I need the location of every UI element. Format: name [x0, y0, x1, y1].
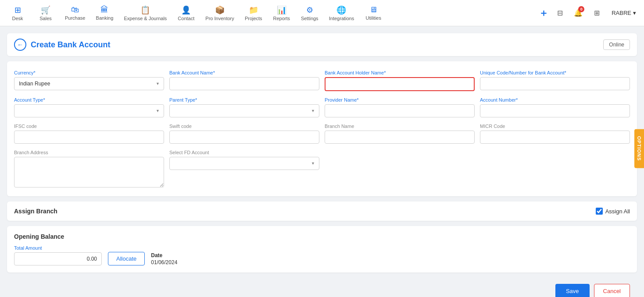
utilities-icon: 🖥 — [369, 5, 377, 14]
swift-label: Swift code — [169, 124, 319, 129]
nav-item-utilities[interactable]: 🖥 Utilities — [360, 3, 386, 23]
total-amount-input[interactable] — [14, 252, 102, 265]
opening-balance-section: Opening Balance Total Amount Allocate Da… — [7, 226, 637, 272]
account-type-select[interactable] — [14, 104, 164, 117]
bank-account-name-group: Bank Account Name* — [169, 70, 319, 91]
micr-input[interactable] — [480, 131, 630, 144]
nav-label-contact: Contact — [178, 16, 194, 21]
bank-account-form: Currency* Indian Rupee Bank Account Name… — [7, 61, 637, 196]
nav-item-banking[interactable]: 🏛 Banking — [91, 3, 118, 23]
assign-branch-header: Assign Branch Assign All — [14, 208, 630, 215]
parent-type-select-wrapper — [169, 104, 319, 117]
parent-type-select[interactable] — [169, 104, 319, 117]
contact-icon: 👤 — [181, 5, 191, 15]
nav-item-projects[interactable]: 📁 Projects — [240, 3, 267, 24]
nav-label-expense: Expense & Journals — [124, 16, 167, 21]
bank-account-holder-group: Bank Account Holder Name* — [325, 70, 475, 91]
nav-item-integrations[interactable]: 🌐 Integrations — [325, 3, 358, 24]
assign-all-wrap: Assign All — [596, 208, 630, 215]
notification-button[interactable]: 🔔 0 — [571, 6, 585, 20]
projects-icon: 📁 — [249, 5, 258, 15]
nav-label-desk: Desk — [12, 16, 23, 21]
micr-group: MICR Code — [480, 124, 630, 144]
swift-input[interactable] — [169, 131, 319, 144]
nav-item-purchase[interactable]: 🛍 Purchase — [61, 3, 89, 23]
purchase-icon: 🛍 — [71, 5, 79, 14]
nav-item-reports[interactable]: 📊 Reports — [268, 3, 295, 24]
add-button[interactable]: ＋ — [539, 7, 548, 20]
page-title: Create Bank Account — [31, 40, 110, 50]
currency-select-wrapper: Indian Rupee — [14, 77, 164, 90]
empty-col-4 — [480, 150, 630, 187]
layout-button[interactable]: ⊟ — [553, 6, 567, 20]
nav-item-settings[interactable]: ⚙ Settings — [297, 3, 323, 24]
date-group: Date 01/06/2024 — [151, 252, 177, 265]
assign-branch-section: Assign Branch Assign All — [7, 202, 637, 221]
footer-actions: Save Cancel — [7, 278, 637, 297]
branch-name-group: Branch Name — [325, 124, 475, 144]
assign-all-label: Assign All — [605, 208, 630, 215]
ifsc-label: IFSC code — [14, 124, 164, 129]
assign-all-checkbox[interactable] — [596, 208, 603, 215]
banking-icon: 🏛 — [100, 5, 108, 14]
provider-name-input[interactable] — [325, 104, 475, 117]
nav-label-integrations: Integrations — [329, 16, 354, 21]
cancel-button[interactable]: Cancel — [594, 284, 630, 297]
nav-item-desk[interactable]: ⊞ Desk — [4, 3, 31, 24]
allocate-button[interactable]: Allocate — [108, 252, 145, 265]
bank-account-holder-label: Bank Account Holder Name* — [325, 70, 475, 75]
opening-balance-title: Opening Balance — [14, 233, 630, 240]
ifsc-input[interactable] — [14, 131, 164, 144]
desk-icon: ⊞ — [14, 5, 21, 15]
user-menu-button[interactable]: RABRE ▾ — [608, 8, 640, 18]
nav-label-pro-inventory: Pro Inventory — [205, 16, 234, 21]
unique-code-label: Unique Code/Number for Bank Account* — [480, 70, 630, 75]
nav-items: ⊞ Desk 🛒 Sales 🛍 Purchase 🏛 Banking 📋 Ex… — [4, 3, 539, 24]
page-header-left: ← Create Bank Account — [14, 39, 110, 51]
branch-address-textarea[interactable] — [14, 157, 164, 187]
options-tab[interactable]: OPTIONS — [634, 129, 644, 168]
nav-item-sales[interactable]: 🛒 Sales — [32, 3, 59, 24]
account-number-label: Account Number* — [480, 97, 630, 103]
topnav-right: ＋ ⊟ 🔔 0 ⊞ RABRE ▾ — [539, 6, 640, 20]
select-fd-select[interactable] — [169, 157, 319, 170]
back-button[interactable]: ← — [14, 39, 26, 51]
settings-icon: ⚙ — [306, 5, 313, 15]
bank-account-name-label: Bank Account Name* — [169, 70, 319, 75]
parent-type-group: Parent Type* — [169, 97, 319, 117]
integrations-icon: 🌐 — [336, 5, 346, 15]
unique-code-input[interactable] — [480, 77, 630, 90]
account-type-label: Account Type* — [14, 97, 164, 103]
unique-code-group: Unique Code/Number for Bank Account* — [480, 70, 630, 91]
branch-name-label: Branch Name — [325, 124, 475, 129]
date-value: 01/06/2024 — [151, 259, 177, 265]
page-header: ← Create Bank Account Online — [7, 33, 637, 56]
currency-select[interactable]: Indian Rupee — [14, 77, 164, 90]
nav-label-settings: Settings — [301, 16, 318, 21]
total-amount-group: Total Amount — [14, 245, 102, 265]
ifsc-group: IFSC code — [14, 124, 164, 144]
branch-name-input[interactable] — [325, 131, 475, 144]
nav-label-utilities: Utilities — [366, 15, 381, 21]
bank-account-holder-input[interactable] — [325, 77, 475, 91]
nav-label-reports: Reports — [273, 16, 290, 21]
nav-item-contact[interactable]: 👤 Contact — [173, 3, 199, 24]
save-button[interactable]: Save — [555, 284, 590, 297]
user-name: RABRE — [612, 10, 631, 16]
nav-label-banking: Banking — [96, 15, 114, 21]
empty-col-3 — [325, 150, 475, 187]
opening-balance-row: Total Amount Allocate Date 01/06/2024 — [14, 245, 630, 265]
top-navigation: ⊞ Desk 🛒 Sales 🛍 Purchase 🏛 Banking 📋 Ex… — [0, 0, 644, 26]
total-amount-label: Total Amount — [14, 245, 102, 251]
notification-badge: 0 — [578, 6, 584, 12]
nav-item-expense[interactable]: 📋 Expense & Journals — [119, 3, 171, 24]
account-type-group: Account Type* — [14, 97, 164, 117]
account-type-select-wrapper — [14, 104, 164, 117]
status-badge: Online — [603, 39, 630, 50]
grid-button[interactable]: ⊞ — [590, 6, 604, 20]
account-number-input[interactable] — [480, 104, 630, 117]
nav-item-pro-inventory[interactable]: 📦 Pro Inventory — [201, 3, 238, 24]
nav-label-purchase: Purchase — [65, 15, 85, 21]
bank-account-name-input[interactable] — [169, 77, 319, 90]
expense-icon: 📋 — [140, 5, 150, 15]
